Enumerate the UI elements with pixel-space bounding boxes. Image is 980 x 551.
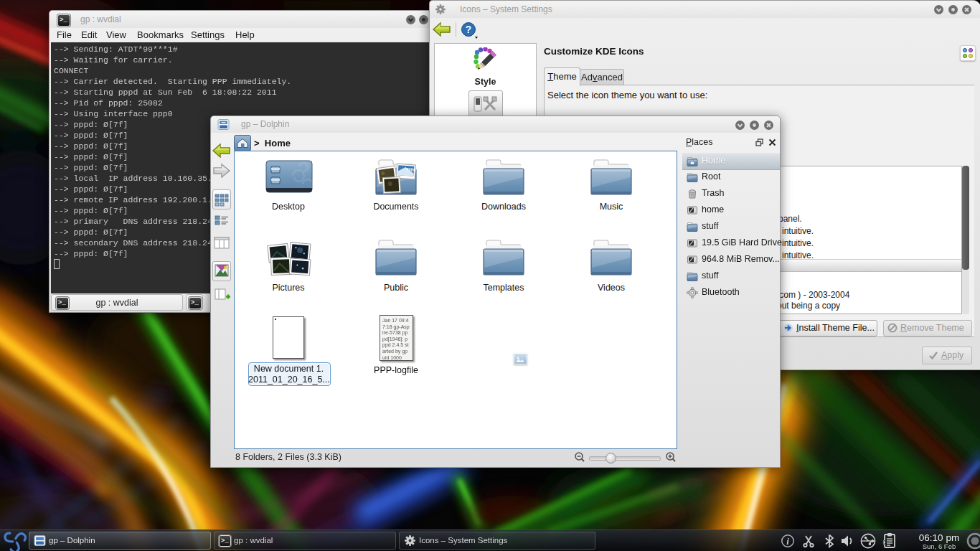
svg-text:i: i <box>786 536 789 547</box>
svg-text:?: ? <box>466 24 472 35</box>
svg-text:7000: 7000 <box>406 167 416 172</box>
